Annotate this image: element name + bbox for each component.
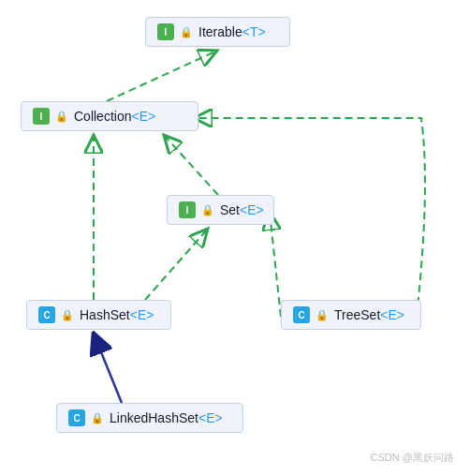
node-iterable: I 🔒 Iterable<T> <box>145 17 290 47</box>
lock-hashset: 🔒 <box>61 309 74 321</box>
badge-set: I <box>179 201 196 218</box>
lock-collection: 🔒 <box>55 111 68 123</box>
badge-collection: I <box>33 108 50 125</box>
svg-line-7 <box>94 334 122 403</box>
badge-linkedhashset: C <box>68 409 85 426</box>
diagram-container: I 🔒 Iterable<T> I 🔒 Collection<E> I 🔒 Se… <box>0 0 469 476</box>
badge-hashset: C <box>38 306 55 323</box>
node-set: I 🔒 Set<E> <box>167 195 274 225</box>
svg-line-2 <box>107 51 217 101</box>
lock-iterable: 🔒 <box>180 26 193 38</box>
svg-line-3 <box>164 135 218 195</box>
label-treeset: TreeSet<E> <box>334 307 404 322</box>
lock-treeset: 🔒 <box>315 309 329 321</box>
node-linkedhashset: C 🔒 LinkedHashSet<E> <box>56 403 243 433</box>
svg-line-5 <box>145 229 208 300</box>
badge-iterable: I <box>157 23 174 40</box>
label-linkedhashset: LinkedHashSet<E> <box>110 410 223 425</box>
lock-linkedhashset: 🔒 <box>91 412 104 424</box>
node-hashset: C 🔒 HashSet<E> <box>26 300 171 330</box>
watermark: CSDN @黑妖问路 <box>371 451 454 465</box>
node-collection: I 🔒 Collection<E> <box>21 101 198 131</box>
label-hashset: HashSet<E> <box>80 307 154 322</box>
label-collection: Collection<E> <box>74 109 155 124</box>
label-iterable: Iterable<T> <box>198 24 266 39</box>
lock-set: 🔒 <box>201 204 214 216</box>
svg-line-6 <box>270 212 281 317</box>
label-set: Set<E> <box>220 202 264 217</box>
node-treeset: C 🔒 TreeSet<E> <box>281 300 421 330</box>
badge-treeset: C <box>293 306 310 323</box>
